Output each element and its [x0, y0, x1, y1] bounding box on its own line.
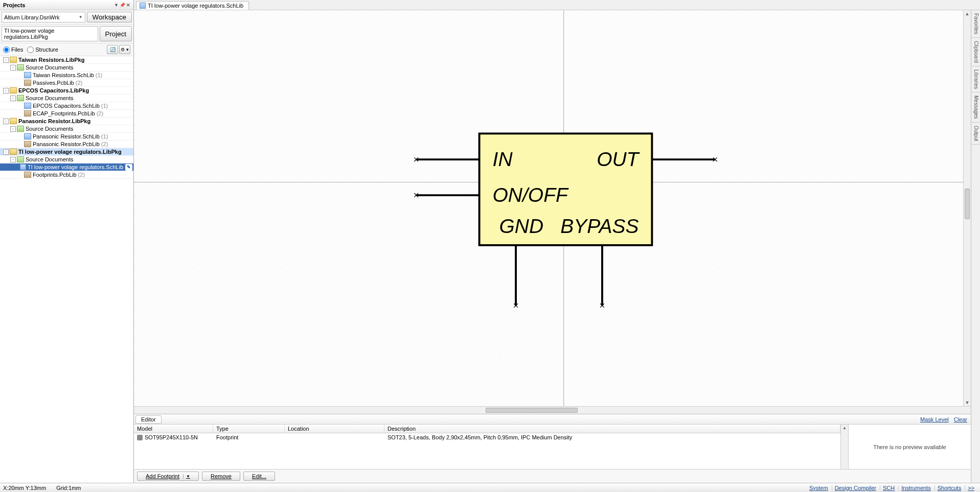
folder-icon [17, 156, 24, 162]
menu-sch[interactable]: SCH [880, 485, 897, 491]
mask-level-link[interactable]: Mask Level [918, 416, 951, 423]
col-model[interactable]: Model [134, 425, 213, 433]
tree-row[interactable]: Panasonic Resistor.SchLib(1) [0, 133, 133, 140]
menu-design-compiler[interactable]: Design Compiler [832, 485, 879, 491]
structure-radio-input[interactable] [27, 46, 34, 53]
vtab-clipboard[interactable]: Clipboard [971, 38, 980, 66]
pcb-icon [24, 172, 31, 178]
model-list-scrollbar[interactable]: ▲ [840, 425, 848, 469]
workspace-combo[interactable]: Altium Library.DsnWrk ▼ [2, 12, 85, 22]
tree-row[interactable]: -Source Documents [0, 95, 133, 102]
workspace-button[interactable]: Workspace [87, 12, 132, 22]
tree-count: (1) [96, 72, 102, 79]
model-row[interactable]: SOT95P245X110-5N Footprint SOT23, 5-Lead… [134, 433, 840, 441]
scroll-down-icon[interactable]: ▼ [964, 399, 971, 406]
project-tree[interactable]: -Taiwan Resistors.LibPkg-Source Document… [0, 56, 133, 483]
tree-row[interactable]: Passives.PcbLib(2) [0, 79, 133, 87]
tree-label: Passives.PcbLib [33, 80, 74, 86]
tree-expander-icon[interactable]: - [10, 65, 16, 71]
project-button[interactable]: Project [100, 26, 132, 41]
tree-expander-icon[interactable]: - [10, 96, 16, 101]
tree-expander-icon [14, 165, 19, 170]
tree-row[interactable]: -Source Documents [0, 125, 133, 133]
edit-button[interactable]: Edit... [243, 472, 275, 481]
menu-more[interactable]: >> [965, 485, 977, 491]
panel-title-bar: Projects ▼ 📌 ✕ [0, 0, 133, 10]
tree-count: (1) [101, 103, 108, 109]
tree-row[interactable]: EPCOS Capacitors.SchLib(1) [0, 102, 133, 110]
files-radio-input[interactable] [3, 46, 10, 53]
tree-row[interactable]: Footprints.PcbLib(2) [0, 171, 133, 179]
tree-expander-icon[interactable]: - [10, 157, 16, 162]
tree-label: Taiwan Resistors.LibPkg [18, 57, 84, 63]
add-footprint-button[interactable]: Add Footprint ▼ [137, 472, 199, 481]
vertical-scroll-thumb[interactable] [965, 189, 970, 219]
sch-icon [20, 164, 26, 170]
refresh-tool-icon[interactable]: 🔄 [107, 45, 118, 54]
status-grid: Grid:1mm [56, 485, 81, 491]
vtab-messages[interactable]: Messages [971, 92, 980, 123]
structure-radio[interactable]: Structure [27, 46, 58, 53]
horizontal-scroll-thumb[interactable] [486, 408, 578, 413]
menu-shortcuts[interactable]: Shortcuts [935, 485, 964, 491]
editor-tab-row: Editor Mask Level Clear [134, 414, 971, 425]
config-tool-icon[interactable]: ⚙ ▾ [119, 45, 130, 54]
filter-row: Files Structure 🔄 ⚙ ▾ [0, 43, 133, 56]
project-field[interactable]: TI low-power volage regulators.LibPkg [2, 26, 98, 41]
schematic-canvas[interactable]: IN OUT ON/OFF GND BYPASS ▲ ▼ [134, 10, 971, 406]
pkg-icon [10, 87, 17, 93]
pcb-icon [24, 110, 31, 116]
document-tab[interactable]: TI low-power volage regulators.SchLib [136, 1, 249, 10]
sch-icon [24, 103, 31, 109]
col-location[interactable]: Location [285, 425, 384, 433]
tree-row[interactable]: -EPCOS Capacitors.LibPkg [0, 87, 133, 95]
editor-tab[interactable]: Editor [135, 415, 162, 424]
vtab-favorites[interactable]: Favorites [971, 10, 980, 38]
center-column: IN OUT ON/OFF GND BYPASS ▲ ▼ Editor [134, 10, 971, 483]
label-gnd: GND [499, 215, 544, 237]
tree-label: Source Documents [26, 95, 74, 102]
scroll-up-icon[interactable]: ▲ [841, 425, 848, 431]
tree-row[interactable]: ECAP_Footprints.PcbLib(2) [0, 110, 133, 118]
col-description[interactable]: Description [384, 425, 840, 433]
tree-row[interactable]: Panasonic Resistor.PcbLib(2) [0, 140, 133, 148]
panel-menu-icon[interactable]: ▼ [114, 3, 119, 8]
tree-row[interactable]: -TI low-power volage regulators.LibPkg [0, 148, 133, 156]
remove-button[interactable]: Remove [202, 472, 240, 481]
model-list[interactable]: Model Type Location Description SOT95P24… [134, 425, 840, 469]
status-coords: X:20mm Y:13mm [3, 485, 46, 491]
tree-expander-icon[interactable]: - [3, 149, 9, 155]
files-radio-label: Files [11, 46, 23, 53]
editor-buttons: Add Footprint ▼ Remove Edit... [134, 469, 971, 483]
tree-expander-icon [17, 80, 23, 86]
vtab-libraries[interactable]: Libraries [971, 66, 980, 92]
document-tab-label: TI low-power volage regulators.SchLib [148, 3, 243, 9]
editor-panel: Editor Mask Level Clear Model Type Locat… [134, 414, 971, 483]
dropdown-icon[interactable]: ▼ [183, 474, 190, 479]
tree-row[interactable]: TI low-power volage regulators.SchLib✎ [0, 163, 133, 171]
status-right-menu: System Design Compiler SCH Instruments S… [807, 485, 977, 491]
tree-row[interactable]: -Source Documents [0, 64, 133, 72]
tree-expander-icon[interactable]: - [3, 119, 9, 124]
panel-pin-icon[interactable]: 📌 [120, 3, 125, 8]
tree-expander-icon[interactable]: - [10, 126, 16, 132]
horizontal-scrollbar[interactable] [134, 406, 971, 414]
scroll-up-icon[interactable]: ▲ [964, 10, 971, 17]
vtab-output[interactable]: Output [971, 123, 980, 145]
panel-close-icon[interactable]: ✕ [126, 3, 130, 8]
tree-row[interactable]: -Taiwan Resistors.LibPkg [0, 56, 133, 64]
menu-system[interactable]: System [807, 485, 831, 491]
tree-expander-icon[interactable]: - [3, 57, 9, 63]
tree-row[interactable]: -Panasonic Resistor.LibPkg [0, 118, 133, 125]
tree-expander-icon[interactable]: - [3, 88, 9, 93]
tree-row[interactable]: Taiwan Resistors.SchLib(1) [0, 72, 133, 79]
tree-label: Source Documents [26, 156, 74, 163]
clear-link[interactable]: Clear [952, 416, 969, 423]
files-radio[interactable]: Files [3, 46, 23, 53]
col-type[interactable]: Type [213, 425, 285, 433]
menu-instruments[interactable]: Instruments [898, 485, 933, 491]
tree-row[interactable]: -Source Documents [0, 156, 133, 163]
vertical-scrollbar[interactable]: ▲ ▼ [963, 10, 971, 406]
workspace-combo-value: Altium Library.DsnWrk [4, 14, 59, 20]
tree-count: (2) [101, 141, 108, 148]
